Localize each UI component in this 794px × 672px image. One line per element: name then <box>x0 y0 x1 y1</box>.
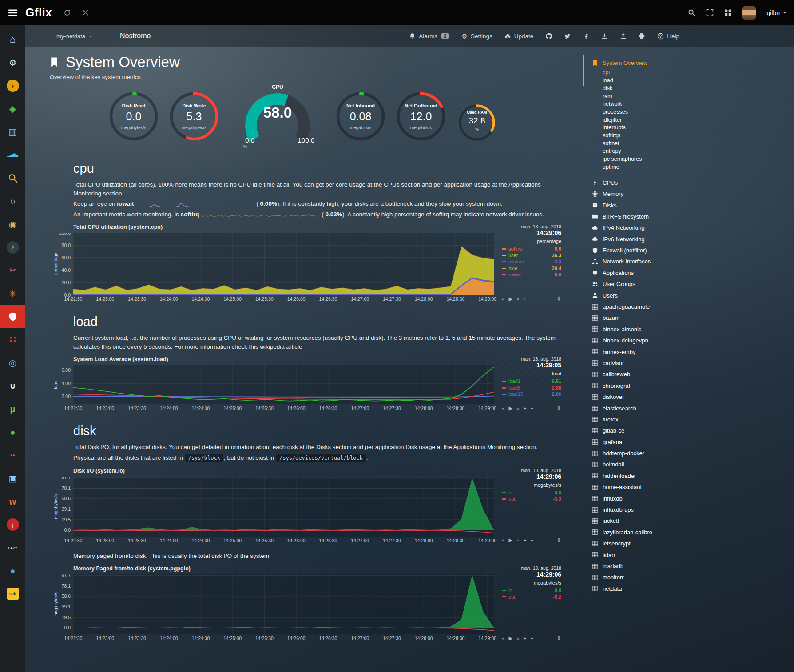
sidebar-app-green-app[interactable]: ● <box>0 421 25 444</box>
chart-zoom-in-button[interactable]: + <box>524 296 527 302</box>
menu-app-chronograf[interactable]: chronograf <box>592 380 725 391</box>
sidebar-app-utorrent[interactable]: µ <box>0 398 25 421</box>
menu-user-groups[interactable]: User Groups <box>592 278 725 290</box>
menu-app-influxdb-ups[interactable]: influxdb-ups <box>592 504 725 515</box>
gauge-used-ram[interactable]: Used RAM32.8% <box>457 103 497 143</box>
menu-app-mariadb[interactable]: mariadb <box>592 561 725 572</box>
menu-app-lidarr[interactable]: lidarr <box>592 549 725 560</box>
gauge-disk-read[interactable]: Disk Read0.0megabytes/s <box>108 91 159 142</box>
navbar-upload[interactable] <box>620 33 627 40</box>
sidebar-app-drop[interactable]: ● <box>0 559 25 582</box>
menu-sub-cpu[interactable]: cpu <box>603 69 725 77</box>
sidebar-app-jackett[interactable] <box>0 167 25 190</box>
menu-app-hddtemp-docker[interactable]: hddtemp-docker <box>592 448 725 459</box>
menu-system-overview[interactable]: System Overview <box>592 57 725 68</box>
menu-sub-softnet[interactable]: softnet <box>603 140 725 148</box>
sidebar-app-pills[interactable]: ●● <box>0 444 25 467</box>
sidebar-app-deluge[interactable]: ◎ <box>0 351 25 374</box>
legend-iowait[interactable]: iowait0.0 <box>502 271 561 278</box>
hamburger-menu-icon[interactable] <box>0 8 25 18</box>
sidebar-app-settings[interactable]: ⚙ <box>0 51 25 74</box>
chart-zoom-out-button[interactable]: − <box>530 537 533 543</box>
chart-zoom-in-button[interactable]: + <box>524 406 527 411</box>
menu-sub-softirqs[interactable]: softirqs <box>603 132 725 140</box>
chart-resize-handle[interactable]: ⇕ <box>556 635 561 641</box>
menu-app-cadvisor[interactable]: cadvisor <box>592 358 725 369</box>
menu-app-gitlab-ce[interactable]: gitlab-ce <box>592 425 725 436</box>
legend-softirq[interactable]: softirq0.0 <box>502 246 561 252</box>
menu-app-lazylibrarian-calibre[interactable]: lazylibrarian-calibre <box>592 527 725 538</box>
menu-network-interfaces[interactable]: Network Interfaces <box>592 256 725 267</box>
menu-app-monitorr[interactable]: monitorr <box>592 572 725 583</box>
chart-zoom-in-button[interactable]: + <box>524 636 527 641</box>
chart-resize-handle[interactable]: ⇕ <box>556 405 561 411</box>
navbar-alarms[interactable]: Alarms2 <box>409 33 449 40</box>
chart-plot-load[interactable]: 2.004.006.0014:22:3014:23:0014:23:3014:2… <box>53 365 497 412</box>
menu-app-jackett[interactable]: jackett <box>592 515 725 526</box>
chart-play-button[interactable]: ▶ <box>508 537 512 543</box>
legend-load15[interactable]: load152.06 <box>502 391 561 398</box>
menu-app-home-assistant[interactable]: home-assistant <box>592 481 725 493</box>
chart-play-button[interactable]: ▶ <box>508 635 512 641</box>
legend-in[interactable]: in0.0 <box>502 489 561 496</box>
legend-out[interactable]: out-5.2 <box>502 594 561 600</box>
menu-sub-uptime[interactable]: uptime <box>603 163 725 171</box>
gauge-disk-write[interactable]: Disk Write5.3megabytes/s <box>169 91 219 142</box>
chart-zoom-out-button[interactable]: − <box>530 406 533 411</box>
menu-sub-entropy[interactable]: entropy <box>603 147 725 155</box>
chart-pan-forward-button[interactable]: » <box>516 636 519 641</box>
chart-play-button[interactable]: ▶ <box>508 405 512 411</box>
legend-load5[interactable]: load52.68 <box>502 385 561 391</box>
menu-ipv4-networking[interactable]: IPv4 Networking <box>592 222 725 233</box>
menu-sub-disk[interactable]: disk <box>603 85 725 93</box>
chart-resize-handle[interactable]: ⇕ <box>556 537 561 544</box>
navbar-print[interactable] <box>639 33 645 40</box>
menu-app-influxdb[interactable]: influxdb <box>592 493 725 504</box>
chart-pan-backward-button[interactable]: « <box>502 537 504 543</box>
sidebar-app-hub[interactable]: ✳ <box>0 282 25 305</box>
menu-app-binhex-delugevpn[interactable]: binhex-delugevpn <box>592 335 725 346</box>
user-menu[interactable]: gilbn <box>766 9 787 16</box>
sidebar-app-lazylibrarian[interactable]: LAZY <box>0 536 25 559</box>
sidebar-app-unifi[interactable]: ∪ <box>0 374 25 398</box>
menu-app-firefox[interactable]: firefox <box>592 414 725 425</box>
avatar[interactable] <box>742 6 756 20</box>
chart-pan-backward-button[interactable]: « <box>502 636 504 641</box>
menu-sub-idlejitter[interactable]: idlejitter <box>603 116 725 124</box>
menu-sub-ram[interactable]: ram <box>603 93 725 101</box>
close-tab-icon[interactable] <box>82 9 89 16</box>
sidebar-app-airsonic[interactable]: ▂▅▇▅ <box>0 143 25 167</box>
menu-firewall-netfilter[interactable]: Firewall (netfilter) <box>592 245 725 256</box>
chart-zoom-in-button[interactable]: + <box>524 537 527 543</box>
sidebar-app-plex[interactable]: › <box>0 74 25 97</box>
menu-sub-network[interactable]: network <box>603 100 725 108</box>
menu-disks[interactable]: Disks <box>592 199 725 211</box>
legend-out[interactable]: out-5.3 <box>502 496 561 502</box>
navbar-facebook[interactable] <box>583 33 589 40</box>
sidebar-app-cutter[interactable]: ✂ <box>0 259 25 282</box>
menu-app-binhex-airsonic[interactable]: binhex-airsonic <box>592 324 725 335</box>
sidebar-app-gitlab[interactable]: w <box>0 490 25 513</box>
sidebar-app-netdata[interactable] <box>0 305 25 328</box>
sidebar-app-downloader[interactable]: ↓ <box>0 513 25 536</box>
menu-app-grafana[interactable]: grafana <box>592 437 725 448</box>
menu-app-diskover[interactable]: diskover <box>592 391 725 402</box>
chart-zoom-out-button[interactable]: − <box>530 296 533 302</box>
menu-sub-interrupts[interactable]: interrupts <box>603 124 725 132</box>
menu-app-binhex-emby[interactable]: binhex-emby <box>592 346 725 357</box>
chart-plot-pgpgio[interactable]: 0.019.539.158.678.197.714:22:3014:23:001… <box>53 574 497 642</box>
gauge-net-inbound[interactable]: Net Inbound0.08megabits/s <box>335 91 386 142</box>
menu-memory[interactable]: Memory <box>592 188 725 199</box>
menu-applications[interactable]: Applications <box>592 267 725 278</box>
chart-pan-backward-button[interactable]: « <box>502 406 504 411</box>
navbar-download[interactable] <box>601 33 608 40</box>
sidebar-app-emby[interactable]: ◆ <box>0 97 25 120</box>
legend-user[interactable]: user35.3 <box>502 252 561 259</box>
chart-pan-forward-button[interactable]: » <box>516 406 519 411</box>
sidebar-app-cadvisor[interactable]: ⚡ <box>0 236 25 259</box>
menu-app-netdata[interactable]: netdata <box>592 583 725 594</box>
sidebar-app-guacamole[interactable]: ◉ <box>0 213 25 236</box>
navbar-help[interactable]: Help <box>657 33 679 40</box>
gauge-cpu[interactable]: CPU58.00.0100.0% <box>231 84 324 155</box>
menu-app-calibreweb[interactable]: calibreweb <box>592 369 725 380</box>
